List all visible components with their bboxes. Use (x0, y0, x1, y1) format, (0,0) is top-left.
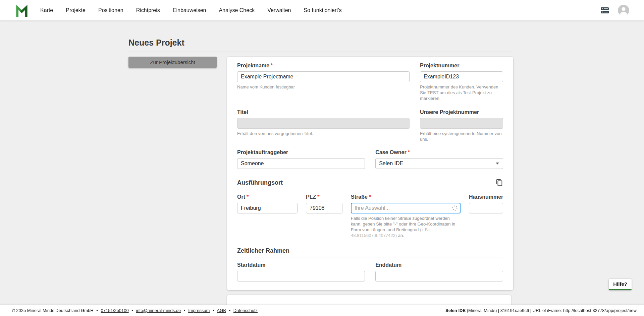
field-strasse: Straße* Falls die Position keiner Straße… (351, 194, 461, 238)
logo-m-icon (15, 4, 29, 17)
ort-label: Ort* (237, 194, 298, 200)
case-owner-label: Case Owner* (375, 149, 503, 155)
strasse-helper: Falls die Position keiner Straße zugeord… (351, 215, 461, 238)
nav-item-so-funktionierts[interactable]: So funktioniert's (297, 0, 348, 20)
startdatum-label: Startdatum (237, 262, 365, 268)
zur-projektuebersicht-button[interactable]: Zur Projektübersicht (128, 57, 217, 68)
field-case-owner: Case Owner* Selen IDE (375, 149, 503, 169)
titel-helper: Erhält den von uns vorgegebenen Titel. (237, 131, 410, 136)
footer-session-details: (Mineral Minds) | 316191cae9c6 | URL of … (466, 308, 637, 313)
footer-copyright: © 2025 Mineral Minds Deutschland GmbH (12, 308, 94, 313)
nav-item-projekte[interactable]: Projekte (59, 0, 92, 20)
field-projektname: Projektname* Name vom Kunden festlegbar (237, 63, 410, 101)
nav-item-richtpreis[interactable]: Richtpreis (130, 0, 166, 20)
projektauftraggeber-label: Projektauftraggeber (237, 149, 365, 155)
hilfe-button[interactable]: Hilfe? (609, 279, 632, 290)
main-nav: Karte Projekte Positionen Richtpreis Ein… (34, 0, 348, 20)
projektname-input[interactable] (237, 71, 410, 82)
footer-phone-link[interactable]: 07151/250100 (101, 308, 129, 313)
projektname-helper: Name vom Kunden festlegbar (237, 84, 410, 90)
strasse-required-asterisk: * (369, 194, 371, 200)
footer-session-info: Selen IDE (Mineral Minds) | 316191cae9c6… (445, 308, 637, 313)
nav-item-positionen[interactable]: Positionen (92, 0, 130, 20)
enddatum-label: Enddatum (375, 262, 503, 268)
top-navigation-bar: Karte Projekte Positionen Richtpreis Ein… (0, 0, 644, 20)
field-projektauftraggeber: Projektauftraggeber (237, 149, 365, 169)
projektnummer-helper: Projektnummer des Kunden. Verwenden Sie … (420, 84, 503, 101)
hausnummer-label: Hausnummer (469, 194, 503, 200)
title-divider (128, 52, 511, 52)
hausnummer-input[interactable] (469, 203, 503, 213)
main-content: Neues Projekt Zur Projektübersicht Proje… (128, 0, 511, 315)
field-titel: Titel Erhält den von uns vorgegebenen Ti… (237, 109, 410, 142)
section-zeitlicher-rahmen: Zeitlicher Rahmen Startdatum Enddatum (237, 247, 503, 281)
footer-separator: • (213, 308, 214, 313)
nav-item-einbauweisen[interactable]: Einbauweisen (166, 0, 213, 20)
plz-required-asterisk: * (317, 194, 319, 200)
new-project-form-card: Projektname* Name vom Kunden festlegbar … (227, 57, 513, 290)
footer-agb-link[interactable]: AGB (217, 308, 226, 313)
titel-label: Titel (237, 109, 410, 115)
mineral-minds-logo-icon[interactable] (15, 4, 29, 17)
field-startdatum: Startdatum (237, 262, 365, 281)
nav-item-karte[interactable]: Karte (34, 0, 59, 20)
titel-input (237, 118, 410, 129)
page-footer: © 2025 Mineral Minds Deutschland GmbH • … (0, 305, 644, 316)
footer-user-name: Selen IDE (445, 308, 466, 313)
section-ausfuehrungsort: Ausführungsort Ort* PLZ* (237, 179, 503, 238)
footer-left: © 2025 Mineral Minds Deutschland GmbH • … (12, 308, 258, 313)
projektname-label: Projektname* (237, 63, 410, 69)
projektnummer-label: Projektnummer (420, 63, 503, 69)
page-title: Neues Projekt (128, 38, 511, 48)
nav-right-actions (600, 5, 644, 16)
ausfuehrungsort-divider (237, 189, 503, 189)
ausfuehrungsort-heading: Ausführungsort (237, 179, 283, 186)
field-unsere-projektnummer: Unsere Projektnummer Erhält eine systemg… (420, 109, 503, 142)
field-plz: PLZ* (306, 194, 342, 238)
zeitlicher-rahmen-divider (237, 257, 503, 257)
chevron-down-icon (495, 162, 499, 165)
footer-separator: • (96, 308, 98, 313)
loading-spinner-icon (452, 205, 458, 211)
left-column: Zur Projektübersicht (128, 57, 217, 68)
footer-separator: • (184, 308, 185, 313)
field-hausnummer: Hausnummer (469, 194, 503, 238)
nav-item-verwalten[interactable]: Verwalten (261, 0, 297, 20)
footer-email-link[interactable]: info@mineral-minds.de (136, 308, 181, 313)
footer-separator: • (131, 308, 133, 313)
footer-datenschutz-link[interactable]: Datenschutz (233, 308, 258, 313)
case-owner-selected-value: Selen IDE (379, 161, 403, 167)
case-owner-required-asterisk: * (408, 149, 410, 155)
enddatum-input[interactable] (375, 271, 503, 281)
startdatum-input[interactable] (237, 271, 365, 281)
unsere-projektnummer-input (420, 118, 503, 129)
strasse-label: Straße* (351, 194, 461, 200)
projektauftraggeber-input[interactable] (237, 158, 365, 169)
field-projektnummer: Projektnummer Projektnummer des Kunden. … (420, 63, 503, 101)
field-enddatum: Enddatum (375, 262, 503, 281)
ort-required-asterisk: * (247, 194, 249, 200)
copy-icon[interactable] (496, 179, 503, 186)
unsere-projektnummer-helper: Erhält eine systemgenerierte Nummer von … (420, 131, 503, 142)
projektnummer-input[interactable] (420, 71, 503, 82)
ort-input[interactable] (237, 203, 298, 213)
strasse-input[interactable] (351, 203, 461, 213)
unsere-projektnummer-label: Unsere Projektnummer (420, 109, 503, 115)
plz-label: PLZ* (306, 194, 342, 200)
nav-item-analyse-check[interactable]: Analyse Check (212, 0, 261, 20)
projektname-required-asterisk: * (271, 63, 273, 68)
zeitlicher-rahmen-heading: Zeitlicher Rahmen (237, 247, 289, 254)
field-ort: Ort* (237, 194, 298, 238)
plz-input[interactable] (306, 203, 342, 213)
footer-separator: • (229, 308, 231, 313)
case-owner-select[interactable]: Selen IDE (375, 158, 503, 169)
user-avatar-icon[interactable] (618, 5, 629, 16)
server-icon[interactable] (600, 7, 609, 14)
footer-impressum-link[interactable]: Impressum (188, 308, 210, 313)
